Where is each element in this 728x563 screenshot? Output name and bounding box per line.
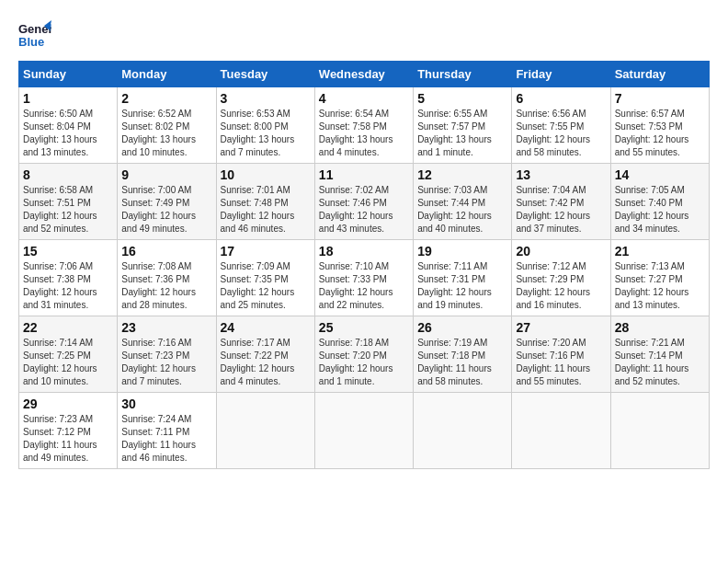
day-info: Sunrise: 7:19 AMSunset: 7:18 PMDaylight:… [417, 337, 507, 388]
day-number: 1 [23, 91, 113, 106]
day-info: Sunrise: 7:24 AMSunset: 7:11 PMDaylight:… [121, 413, 211, 465]
calendar-week-row: 15Sunrise: 7:06 AMSunset: 7:38 PMDayligh… [19, 240, 710, 316]
day-info: Sunrise: 7:09 AMSunset: 7:35 PMDaylight:… [221, 260, 311, 312]
day-number: 11 [319, 167, 409, 182]
calendar-day-cell [414, 393, 512, 469]
day-number: 8 [23, 167, 113, 182]
day-info: Sunrise: 7:13 AMSunset: 7:27 PMDaylight:… [615, 260, 705, 312]
day-info: Sunrise: 7:20 AMSunset: 7:16 PMDaylight:… [516, 337, 606, 388]
day-number: 5 [417, 91, 507, 106]
calendar-day-cell [610, 393, 709, 469]
calendar-day-cell: 26Sunrise: 7:19 AMSunset: 7:18 PMDayligh… [414, 316, 512, 393]
day-number: 2 [121, 91, 211, 106]
day-number: 15 [23, 244, 113, 259]
day-number: 7 [615, 91, 705, 106]
day-info: Sunrise: 7:08 AMSunset: 7:36 PMDaylight:… [121, 260, 211, 312]
day-info: Sunrise: 6:55 AMSunset: 7:57 PMDaylight:… [417, 108, 507, 159]
day-number: 18 [319, 244, 409, 259]
day-info: Sunrise: 7:21 AMSunset: 7:14 PMDaylight:… [615, 337, 705, 388]
calendar-day-cell: 4Sunrise: 6:54 AMSunset: 7:58 PMDaylight… [314, 87, 413, 164]
calendar-week-row: 1Sunrise: 6:50 AMSunset: 8:04 PMDaylight… [19, 87, 710, 164]
calendar-table: SundayMondayTuesdayWednesdayThursdayFrid… [18, 61, 710, 469]
calendar-day-cell: 30Sunrise: 7:24 AMSunset: 7:11 PMDayligh… [118, 393, 216, 469]
calendar-day-cell: 12Sunrise: 7:03 AMSunset: 7:44 PMDayligh… [414, 164, 512, 240]
day-number: 21 [615, 244, 705, 259]
weekday-header-saturday: Saturday [610, 62, 709, 87]
calendar-day-cell: 5Sunrise: 6:55 AMSunset: 7:57 PMDaylight… [414, 87, 512, 164]
svg-text:Blue: Blue [18, 35, 44, 49]
calendar-day-cell: 7Sunrise: 6:57 AMSunset: 7:53 PMDaylight… [610, 87, 709, 164]
day-number: 30 [121, 396, 211, 411]
day-info: Sunrise: 7:01 AMSunset: 7:48 PMDaylight:… [221, 184, 311, 236]
page-header: General Blue [18, 18, 710, 52]
day-info: Sunrise: 7:02 AMSunset: 7:46 PMDaylight:… [319, 184, 409, 236]
day-number: 20 [516, 244, 606, 259]
calendar-day-cell: 19Sunrise: 7:11 AMSunset: 7:31 PMDayligh… [414, 240, 512, 316]
weekday-header-wednesday: Wednesday [314, 62, 413, 87]
calendar-day-cell: 10Sunrise: 7:01 AMSunset: 7:48 PMDayligh… [216, 164, 314, 240]
calendar-day-cell [512, 393, 610, 469]
day-number: 22 [23, 320, 113, 335]
weekday-header-row: SundayMondayTuesdayWednesdayThursdayFrid… [19, 62, 710, 87]
calendar-day-cell: 20Sunrise: 7:12 AMSunset: 7:29 PMDayligh… [512, 240, 610, 316]
day-info: Sunrise: 7:18 AMSunset: 7:20 PMDaylight:… [319, 337, 409, 388]
day-info: Sunrise: 7:23 AMSunset: 7:12 PMDaylight:… [23, 413, 113, 465]
calendar-day-cell: 3Sunrise: 6:53 AMSunset: 8:00 PMDaylight… [216, 87, 314, 164]
calendar-day-cell: 22Sunrise: 7:14 AMSunset: 7:25 PMDayligh… [19, 316, 118, 393]
day-info: Sunrise: 6:57 AMSunset: 7:53 PMDaylight:… [615, 108, 705, 159]
calendar-day-cell: 2Sunrise: 6:52 AMSunset: 8:02 PMDaylight… [118, 87, 216, 164]
day-number: 16 [121, 244, 211, 259]
weekday-header-sunday: Sunday [19, 62, 118, 87]
day-number: 12 [417, 167, 507, 182]
calendar-day-cell: 27Sunrise: 7:20 AMSunset: 7:16 PMDayligh… [512, 316, 610, 393]
calendar-day-cell: 13Sunrise: 7:04 AMSunset: 7:42 PMDayligh… [512, 164, 610, 240]
calendar-day-cell: 23Sunrise: 7:16 AMSunset: 7:23 PMDayligh… [118, 316, 216, 393]
calendar-day-cell: 24Sunrise: 7:17 AMSunset: 7:22 PMDayligh… [216, 316, 314, 393]
weekday-header-tuesday: Tuesday [216, 62, 314, 87]
calendar-day-cell: 21Sunrise: 7:13 AMSunset: 7:27 PMDayligh… [610, 240, 709, 316]
day-number: 27 [516, 320, 606, 335]
calendar-day-cell [314, 393, 413, 469]
day-info: Sunrise: 7:06 AMSunset: 7:38 PMDaylight:… [23, 260, 113, 312]
calendar-day-cell: 29Sunrise: 7:23 AMSunset: 7:12 PMDayligh… [19, 393, 118, 469]
day-number: 6 [516, 91, 606, 106]
day-number: 17 [221, 244, 311, 259]
day-number: 28 [615, 320, 705, 335]
calendar-day-cell: 8Sunrise: 6:58 AMSunset: 7:51 PMDaylight… [19, 164, 118, 240]
calendar-week-row: 29Sunrise: 7:23 AMSunset: 7:12 PMDayligh… [19, 393, 710, 469]
day-number: 26 [417, 320, 507, 335]
day-info: Sunrise: 6:58 AMSunset: 7:51 PMDaylight:… [23, 184, 113, 236]
day-info: Sunrise: 7:16 AMSunset: 7:23 PMDaylight:… [121, 337, 211, 388]
day-info: Sunrise: 7:04 AMSunset: 7:42 PMDaylight:… [516, 184, 606, 236]
calendar-day-cell: 16Sunrise: 7:08 AMSunset: 7:36 PMDayligh… [118, 240, 216, 316]
calendar-day-cell: 17Sunrise: 7:09 AMSunset: 7:35 PMDayligh… [216, 240, 314, 316]
day-info: Sunrise: 6:50 AMSunset: 8:04 PMDaylight:… [23, 108, 113, 159]
day-info: Sunrise: 7:11 AMSunset: 7:31 PMDaylight:… [417, 260, 507, 312]
day-number: 14 [615, 167, 705, 182]
day-number: 3 [221, 91, 311, 106]
calendar-day-cell: 18Sunrise: 7:10 AMSunset: 7:33 PMDayligh… [314, 240, 413, 316]
day-info: Sunrise: 6:52 AMSunset: 8:02 PMDaylight:… [121, 108, 211, 159]
day-number: 24 [221, 320, 311, 335]
calendar-day-cell: 9Sunrise: 7:00 AMSunset: 7:49 PMDaylight… [118, 164, 216, 240]
calendar-day-cell: 15Sunrise: 7:06 AMSunset: 7:38 PMDayligh… [19, 240, 118, 316]
day-number: 29 [23, 396, 113, 411]
day-number: 13 [516, 167, 606, 182]
day-info: Sunrise: 6:54 AMSunset: 7:58 PMDaylight:… [319, 108, 409, 159]
day-info: Sunrise: 7:05 AMSunset: 7:40 PMDaylight:… [615, 184, 705, 236]
weekday-header-monday: Monday [118, 62, 216, 87]
weekday-header-thursday: Thursday [414, 62, 512, 87]
calendar-day-cell: 1Sunrise: 6:50 AMSunset: 8:04 PMDaylight… [19, 87, 118, 164]
day-info: Sunrise: 7:03 AMSunset: 7:44 PMDaylight:… [417, 184, 507, 236]
day-number: 25 [319, 320, 409, 335]
day-number: 19 [417, 244, 507, 259]
day-info: Sunrise: 6:56 AMSunset: 7:55 PMDaylight:… [516, 108, 606, 159]
day-info: Sunrise: 7:17 AMSunset: 7:22 PMDaylight:… [221, 337, 311, 388]
logo: General Blue [18, 18, 51, 52]
calendar-day-cell [216, 393, 314, 469]
day-number: 23 [121, 320, 211, 335]
calendar-week-row: 22Sunrise: 7:14 AMSunset: 7:25 PMDayligh… [19, 316, 710, 393]
calendar-day-cell: 14Sunrise: 7:05 AMSunset: 7:40 PMDayligh… [610, 164, 709, 240]
day-info: Sunrise: 7:12 AMSunset: 7:29 PMDaylight:… [516, 260, 606, 312]
calendar-week-row: 8Sunrise: 6:58 AMSunset: 7:51 PMDaylight… [19, 164, 710, 240]
